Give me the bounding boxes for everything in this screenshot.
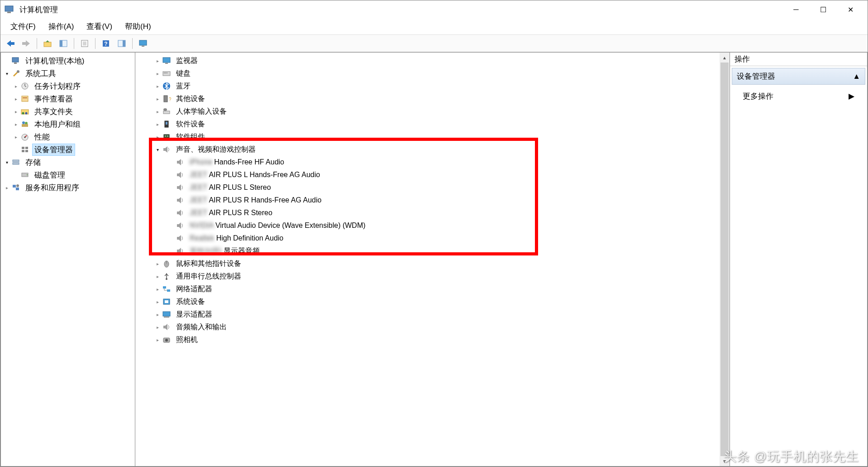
device-monitor[interactable]: 监视器 bbox=[135, 54, 720, 67]
device-bluetooth[interactable]: 蓝牙 bbox=[135, 80, 720, 92]
svg-rect-63 bbox=[163, 312, 170, 316]
device-label: NVIDIA Virtual Audio Device (Wave Extens… bbox=[188, 221, 367, 230]
scroll-up-arrow[interactable]: ▲ bbox=[720, 53, 730, 63]
show-hide-tree-button[interactable] bbox=[56, 37, 71, 50]
tree-system-tools[interactable]: 系统工具 bbox=[1, 67, 135, 80]
expand-icon[interactable] bbox=[153, 323, 162, 331]
device-camera[interactable]: 照相机 bbox=[135, 333, 720, 346]
audio-device-item[interactable]: JEET AIR PLUS L Stereo bbox=[135, 181, 720, 194]
menu-help[interactable]: 帮助(H) bbox=[119, 19, 157, 34]
window-root: 计算机管理 ─ ☐ ✕ 文件(F) 操作(A) 查看(V) 帮助(H) ? bbox=[0, 0, 868, 467]
properties-button[interactable] bbox=[77, 37, 92, 50]
expand-icon[interactable] bbox=[3, 158, 11, 166]
maximize-button[interactable]: ☐ bbox=[810, 0, 837, 19]
expand-icon[interactable] bbox=[153, 298, 162, 306]
tree-disk-management[interactable]: 磁盘管理 bbox=[1, 169, 135, 181]
action-pane-button[interactable] bbox=[114, 37, 129, 50]
expand-icon[interactable] bbox=[12, 107, 20, 116]
tree-event-viewer[interactable]: 事件查看器 bbox=[1, 92, 135, 105]
up-level-button[interactable] bbox=[40, 37, 55, 50]
audio-device-item[interactable]: Realtek High Definition Audio bbox=[135, 232, 720, 245]
expand-icon[interactable] bbox=[153, 133, 162, 141]
display-adapter-icon bbox=[162, 309, 172, 319]
expand-icon[interactable] bbox=[153, 57, 162, 65]
device-other[interactable]: ?其他设备 bbox=[135, 92, 720, 105]
mouse-icon bbox=[162, 259, 172, 269]
tree-label: 服务和应用程序 bbox=[24, 182, 81, 193]
expand-icon[interactable] bbox=[12, 120, 20, 128]
device-keyboard[interactable]: 键盘 bbox=[135, 67, 720, 80]
device-system-devices[interactable]: 系统设备 bbox=[135, 295, 720, 308]
help-button[interactable]: ? bbox=[99, 37, 113, 50]
audio-device-item[interactable]: JEET AIR PLUS L Hands-Free AG Audio bbox=[135, 169, 720, 181]
menu-view[interactable]: 查看(V) bbox=[80, 19, 119, 34]
expand-icon[interactable] bbox=[153, 285, 162, 293]
tree-performance[interactable]: 性能 bbox=[1, 130, 135, 143]
monitor-icon bbox=[162, 56, 172, 66]
actions-section-label: 设备管理器 bbox=[737, 71, 775, 82]
expand-icon[interactable] bbox=[153, 336, 162, 344]
vertical-scrollbar[interactable]: ▲ ▼ bbox=[720, 53, 730, 466]
expand-icon[interactable] bbox=[153, 145, 162, 154]
device-label: JEET AIR PLUS R Stereo bbox=[188, 208, 274, 217]
expand-icon[interactable] bbox=[12, 82, 20, 90]
svg-rect-13 bbox=[139, 40, 147, 45]
forward-button[interactable] bbox=[19, 37, 33, 50]
device-sound-video-game[interactable]: 声音、视频和游戏控制器 bbox=[135, 143, 720, 156]
menu-file[interactable]: 文件(F) bbox=[4, 19, 42, 34]
device-software-devices[interactable]: 软件设备 bbox=[135, 118, 720, 130]
device-label: 软件设备 bbox=[174, 119, 207, 130]
expand-icon[interactable] bbox=[153, 82, 162, 90]
audio-device-item[interactable]: NVIDIA Virtual Audio Device (Wave Extens… bbox=[135, 219, 720, 232]
tree-services-apps[interactable]: 服务和应用程序 bbox=[1, 181, 135, 194]
scroll-down-arrow[interactable]: ▼ bbox=[720, 456, 730, 466]
tree-label: 磁盘管理 bbox=[33, 169, 67, 181]
expand-icon[interactable] bbox=[153, 260, 162, 268]
svg-rect-4 bbox=[60, 40, 62, 47]
expand-icon[interactable] bbox=[3, 69, 11, 77]
device-label: 软件组件 bbox=[174, 132, 207, 142]
tree-local-users[interactable]: 本地用户和组 bbox=[1, 118, 135, 130]
back-button[interactable] bbox=[3, 37, 18, 50]
collapse-icon[interactable]: ▲ bbox=[853, 72, 860, 81]
svg-rect-62 bbox=[165, 300, 168, 303]
expand-icon[interactable] bbox=[12, 133, 20, 141]
audio-device-item[interactable]: JEET AIR PLUS R Stereo bbox=[135, 207, 720, 219]
minimize-button[interactable]: ─ bbox=[782, 0, 810, 19]
more-actions[interactable]: 更多操作 ▶ bbox=[730, 87, 867, 106]
tree-device-manager[interactable]: 设备管理器 bbox=[1, 143, 135, 156]
tree-root[interactable]: 计算机管理(本地) bbox=[1, 54, 135, 67]
actions-section-title[interactable]: 设备管理器 ▲ bbox=[732, 68, 865, 85]
device-software-components[interactable]: 软件组件 bbox=[135, 130, 720, 143]
svg-rect-49 bbox=[163, 111, 170, 114]
device-network[interactable]: 网络适配器 bbox=[135, 283, 720, 295]
audio-device-item[interactable]: 英特尔(R) 显示器音频 bbox=[135, 245, 720, 257]
device-hid[interactable]: 人体学输入设备 bbox=[135, 105, 720, 118]
device-display[interactable]: 显示适配器 bbox=[135, 308, 720, 321]
expand-icon[interactable] bbox=[153, 272, 162, 280]
expand-icon[interactable] bbox=[153, 69, 162, 77]
menu-action[interactable]: 操作(A) bbox=[42, 19, 81, 34]
audio-device-item[interactable]: JEET AIR PLUS R Hands-Free AG Audio bbox=[135, 194, 720, 207]
expand-icon[interactable] bbox=[153, 120, 162, 128]
device-usb[interactable]: 通用串行总线控制器 bbox=[135, 270, 720, 283]
tree-task-scheduler[interactable]: 任务计划程序 bbox=[1, 80, 135, 92]
device-mouse[interactable]: 鼠标和其他指针设备 bbox=[135, 257, 720, 270]
monitor-button[interactable] bbox=[136, 37, 150, 50]
tree-label: 共享文件夹 bbox=[33, 106, 75, 117]
tree-shared-folders[interactable]: 共享文件夹 bbox=[1, 105, 135, 118]
expand-icon[interactable] bbox=[153, 95, 162, 103]
audio-device-item[interactable]: iPhone Hands-Free HF Audio bbox=[135, 156, 720, 169]
device-audio-io[interactable]: 音频输入和输出 bbox=[135, 321, 720, 333]
scroll-thumb[interactable] bbox=[720, 63, 729, 456]
close-button[interactable]: ✕ bbox=[837, 0, 864, 19]
svg-point-66 bbox=[165, 339, 168, 342]
expand-icon[interactable] bbox=[153, 107, 162, 116]
expand-icon[interactable] bbox=[12, 95, 20, 103]
svg-rect-54 bbox=[165, 135, 166, 137]
bluetooth-icon bbox=[162, 81, 172, 91]
expand-icon[interactable] bbox=[3, 183, 11, 192]
tree-storage[interactable]: 存储 bbox=[1, 156, 135, 169]
camera-icon bbox=[162, 335, 172, 345]
expand-icon[interactable] bbox=[153, 310, 162, 318]
